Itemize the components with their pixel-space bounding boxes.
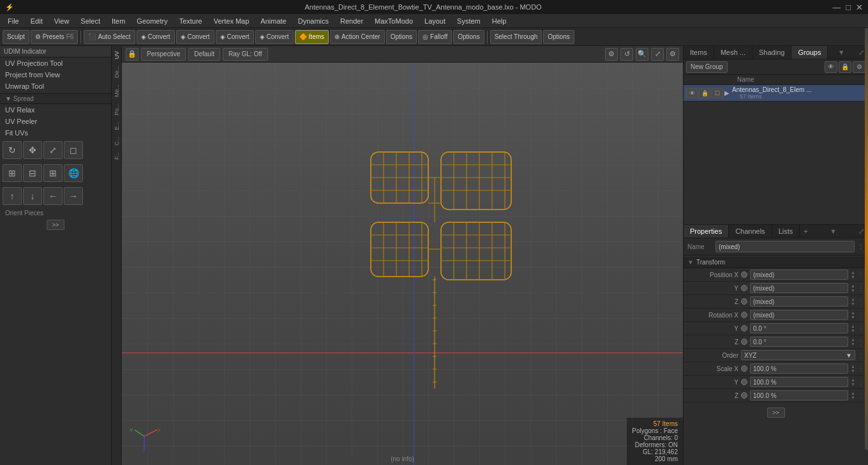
tab-properties[interactable]: Properties xyxy=(684,225,729,238)
tab-lists[interactable]: Lists xyxy=(772,225,800,238)
menu-system[interactable]: System xyxy=(452,16,486,26)
rotation-y-dot[interactable] xyxy=(741,325,747,332)
perspective-btn[interactable]: Perspective xyxy=(141,48,186,61)
vp-expand-icon[interactable]: ⤢ xyxy=(651,48,664,61)
order-select[interactable]: XYZ ▼ xyxy=(741,350,855,360)
rot-z-down[interactable]: ▼ xyxy=(851,342,855,346)
new-group-button[interactable]: New Group xyxy=(686,61,728,73)
position-z-arrows[interactable]: ▲ ▼ xyxy=(851,297,855,306)
menu-file[interactable]: File xyxy=(3,16,24,26)
pos-x-dots[interactable]: ⋮ xyxy=(858,271,864,278)
scale-y-dots[interactable]: ⋮ xyxy=(858,379,864,386)
rot-y-dots[interactable]: ⋮ xyxy=(858,325,864,332)
vp-zoom-icon[interactable]: 🔍 xyxy=(636,48,648,61)
side-tab-e[interactable]: E... xyxy=(112,119,121,133)
scale-y-down[interactable]: ▼ xyxy=(851,382,855,386)
rotation-z-input[interactable] xyxy=(750,337,848,347)
uv-peeler-tool[interactable]: UV Peeler xyxy=(0,116,111,127)
tab-items[interactable]: Items xyxy=(684,46,714,59)
menu-geometry[interactable]: Geometry xyxy=(131,16,172,26)
menu-view[interactable]: View xyxy=(49,16,75,26)
menu-item[interactable]: Item xyxy=(107,16,130,26)
arrow-left-btn[interactable]: ← xyxy=(43,187,63,205)
select-icon-btn[interactable]: ◻ xyxy=(64,141,83,159)
scale-y-up[interactable]: ▲ xyxy=(851,377,855,382)
arrow-up-btn[interactable]: ↑ xyxy=(3,187,22,205)
position-z-input[interactable] xyxy=(750,296,848,307)
vis-check-btn[interactable]: ☐ xyxy=(712,88,723,98)
close-button[interactable]: ✕ xyxy=(856,3,863,12)
side-tab-po[interactable]: Po... xyxy=(112,101,121,118)
arrow-right-btn[interactable]: → xyxy=(64,187,83,205)
tab-channels[interactable]: Channels xyxy=(729,225,772,238)
vp-reset-icon[interactable]: ↺ xyxy=(620,48,633,61)
position-y-input[interactable] xyxy=(750,283,848,293)
move-icon-btn[interactable]: ✥ xyxy=(23,141,42,159)
globe-icon-btn[interactable]: 🌐 xyxy=(64,164,83,182)
sculpt-button[interactable]: Sculpt xyxy=(3,30,29,44)
side-tab-uv[interactable]: UV xyxy=(112,49,121,62)
default-btn[interactable]: Default xyxy=(188,48,220,61)
menu-select[interactable]: Select xyxy=(75,16,105,26)
uv-projection-tool[interactable]: UV Projection Tool xyxy=(0,57,111,69)
rot-x-dots[interactable]: ⋮ xyxy=(858,312,864,319)
rotation-z-dot[interactable] xyxy=(741,339,747,345)
pos-y-up[interactable]: ▲ xyxy=(851,284,855,288)
rot-y-down[interactable]: ▼ xyxy=(851,328,855,333)
select-through-button[interactable]: Select Through xyxy=(490,30,542,44)
rotation-x-input[interactable] xyxy=(750,310,848,320)
auto-select-button[interactable]: ⬛ Auto Select xyxy=(84,30,135,44)
position-z-dot[interactable] xyxy=(741,298,747,305)
scale-z-arrows[interactable]: ▲ ▼ xyxy=(851,391,855,400)
maximize-button[interactable]: □ xyxy=(846,3,851,12)
props-expand-btn[interactable]: ▼ xyxy=(826,227,841,235)
grid-icon-btn[interactable]: ⊞ xyxy=(3,164,22,182)
pos-x-down[interactable]: ▼ xyxy=(851,275,855,279)
rot-z-dots[interactable]: ⋮ xyxy=(858,339,864,346)
scale-x-dot[interactable] xyxy=(741,365,747,372)
project-from-view[interactable]: Project from View xyxy=(0,69,111,80)
menu-maxtomodo[interactable]: MaxToModo xyxy=(370,16,418,26)
rot-x-up[interactable]: ▲ xyxy=(851,310,855,315)
group-item-main[interactable]: 👁 🔒 ☐ ▶ Antennas_Direct_8_Elem ... 57 It… xyxy=(684,85,868,102)
scale-x-arrows[interactable]: ▲ ▼ xyxy=(851,364,855,373)
side-tab-de[interactable]: De... xyxy=(112,63,121,80)
side-tab-c[interactable]: C... xyxy=(112,134,121,148)
expand-button[interactable]: >> xyxy=(47,220,64,230)
vp-settings-icon[interactable]: ⚙ xyxy=(605,48,618,61)
rotation-y-arrows[interactable]: ▲ ▼ xyxy=(851,324,855,333)
uv-relax-tool[interactable]: UV Relax xyxy=(0,104,111,116)
scale-icon-btn[interactable]: ⤢ xyxy=(43,141,63,159)
menu-render[interactable]: Render xyxy=(335,16,368,26)
scale-x-down[interactable]: ▼ xyxy=(851,369,855,373)
vp-more-icon[interactable]: ⚙ xyxy=(666,48,679,61)
viewport-lock-btn[interactable]: 🔒 xyxy=(126,48,138,61)
pos-y-dots[interactable]: ⋮ xyxy=(858,285,864,292)
eye-icon-btn-1[interactable]: 👁 xyxy=(825,61,837,73)
add-tab-btn[interactable]: + xyxy=(800,225,811,238)
menu-texture[interactable]: Texture xyxy=(174,16,207,26)
rotate-icon-btn[interactable]: ↻ xyxy=(3,141,22,159)
lock-icon-btn-1[interactable]: 🔒 xyxy=(839,61,851,73)
pos-z-down[interactable]: ▼ xyxy=(851,301,855,306)
pos-z-dots[interactable]: ⋮ xyxy=(858,298,864,305)
menu-dynamics[interactable]: Dynamics xyxy=(293,16,334,26)
titlebar-controls[interactable]: — □ ✕ xyxy=(832,3,863,12)
side-tab-f[interactable]: F... xyxy=(112,149,121,162)
name-input[interactable] xyxy=(715,241,855,252)
action-center-button[interactable]: ⊕ Action Center xyxy=(330,30,385,44)
rot-x-down[interactable]: ▼ xyxy=(851,315,855,319)
scale-z-down[interactable]: ▼ xyxy=(851,395,855,400)
pos-z-up[interactable]: ▲ xyxy=(851,297,855,301)
grid2-icon-btn[interactable]: ⊟ xyxy=(23,164,42,182)
scale-y-dot[interactable] xyxy=(741,379,747,385)
fit-uvs-tool[interactable]: Fit UVs xyxy=(0,127,111,139)
rotation-x-arrows[interactable]: ▲ ▼ xyxy=(851,310,855,319)
tab-shading[interactable]: Shading xyxy=(752,46,791,59)
minimize-button[interactable]: — xyxy=(832,3,841,12)
presets-button[interactable]: ⚙ Presets F6 xyxy=(31,30,79,44)
pos-x-up[interactable]: ▲ xyxy=(851,270,855,275)
rotation-z-arrows[interactable]: ▲ ▼ xyxy=(851,337,855,346)
items-button[interactable]: 🔶 Items xyxy=(295,30,329,44)
menu-vertex-map[interactable]: Vertex Map xyxy=(209,16,255,26)
